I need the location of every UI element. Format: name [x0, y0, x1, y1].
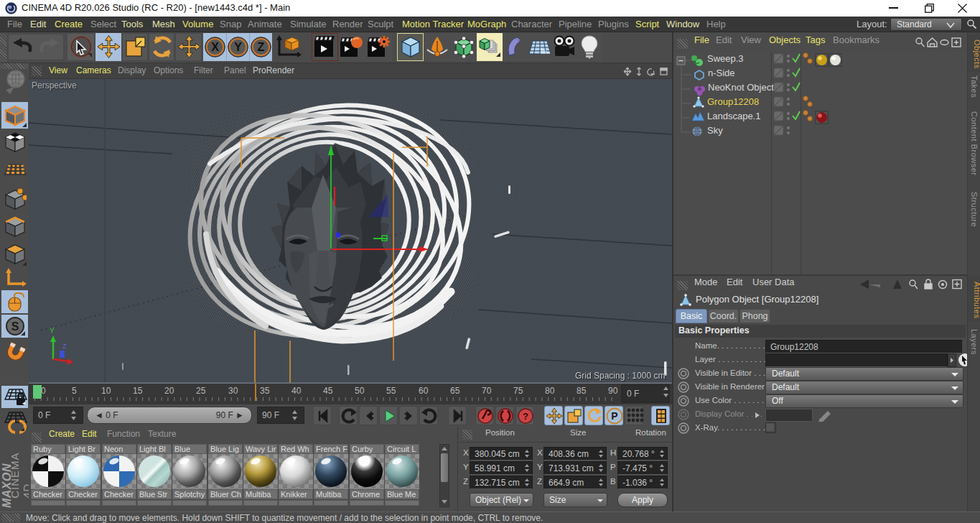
- svg-text:Y: Y: [234, 41, 242, 53]
- svg-text:Z: Z: [62, 343, 67, 350]
- svg-text:Group12208: Group12208: [707, 96, 759, 107]
- svg-text:40: 40: [291, 386, 302, 396]
- svg-text:P: P: [611, 410, 617, 422]
- svg-text:X: X: [211, 41, 219, 53]
- svg-text:Sky: Sky: [707, 125, 723, 136]
- svg-text:Landscape.1: Landscape.1: [707, 111, 760, 121]
- svg-text:75: 75: [513, 386, 523, 396]
- svg-text:90: 90: [608, 386, 618, 396]
- svg-text:25: 25: [196, 386, 206, 396]
- svg-text:n-Side: n-Side: [708, 68, 735, 78]
- svg-text:5: 5: [72, 386, 77, 396]
- svg-text:50: 50: [355, 386, 365, 396]
- svg-text:0: 0: [41, 386, 46, 396]
- svg-text:Z: Z: [258, 41, 265, 53]
- svg-text:70: 70: [482, 386, 492, 396]
- svg-text:35: 35: [260, 386, 270, 396]
- svg-text:15: 15: [133, 386, 143, 396]
- svg-text:Sweep.3: Sweep.3: [707, 53, 744, 64]
- svg-text:80: 80: [545, 386, 555, 396]
- svg-text:65: 65: [450, 386, 460, 396]
- svg-text:45: 45: [323, 386, 333, 396]
- svg-text:30: 30: [228, 386, 238, 396]
- svg-text:55: 55: [386, 386, 396, 396]
- svg-text:0 F: 0 F: [627, 389, 639, 399]
- svg-text:NeoKnot Object: NeoKnot Object: [708, 82, 774, 93]
- svg-text:10: 10: [101, 386, 111, 396]
- svg-text:Y: Y: [50, 327, 55, 335]
- svg-text:20: 20: [164, 386, 174, 396]
- svg-text:85: 85: [577, 386, 587, 396]
- svg-text:?: ?: [523, 411, 528, 422]
- svg-text:60: 60: [419, 386, 429, 396]
- svg-text:S: S: [11, 320, 19, 333]
